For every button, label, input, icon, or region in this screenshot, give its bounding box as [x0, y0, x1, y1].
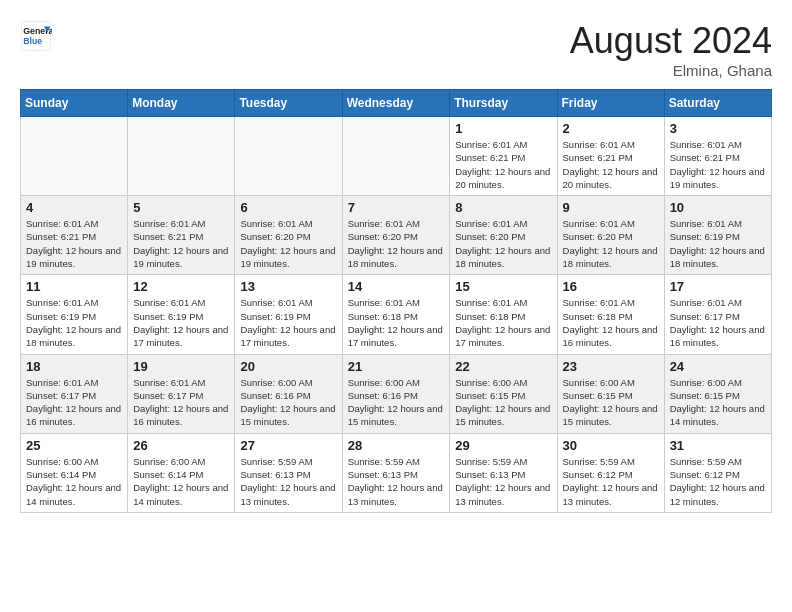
- day-number: 8: [455, 200, 551, 215]
- day-number: 3: [670, 121, 766, 136]
- calendar-cell: 16Sunrise: 6:01 AM Sunset: 6:18 PM Dayli…: [557, 275, 664, 354]
- calendar-cell: 3Sunrise: 6:01 AM Sunset: 6:21 PM Daylig…: [664, 117, 771, 196]
- week-row-4: 18Sunrise: 6:01 AM Sunset: 6:17 PM Dayli…: [21, 354, 772, 433]
- day-number: 2: [563, 121, 659, 136]
- weekday-saturday: Saturday: [664, 90, 771, 117]
- calendar-cell: 6Sunrise: 6:01 AM Sunset: 6:20 PM Daylig…: [235, 196, 342, 275]
- day-number: 17: [670, 279, 766, 294]
- day-number: 7: [348, 200, 445, 215]
- calendar-cell: 1Sunrise: 6:01 AM Sunset: 6:21 PM Daylig…: [450, 117, 557, 196]
- day-info: Sunrise: 6:00 AM Sunset: 6:16 PM Dayligh…: [348, 376, 445, 429]
- calendar-cell: 29Sunrise: 5:59 AM Sunset: 6:13 PM Dayli…: [450, 433, 557, 512]
- calendar-cell: 21Sunrise: 6:00 AM Sunset: 6:16 PM Dayli…: [342, 354, 450, 433]
- day-info: Sunrise: 6:01 AM Sunset: 6:20 PM Dayligh…: [240, 217, 336, 270]
- day-number: 10: [670, 200, 766, 215]
- calendar-cell: 13Sunrise: 6:01 AM Sunset: 6:19 PM Dayli…: [235, 275, 342, 354]
- day-info: Sunrise: 6:01 AM Sunset: 6:17 PM Dayligh…: [26, 376, 122, 429]
- calendar-cell: 25Sunrise: 6:00 AM Sunset: 6:14 PM Dayli…: [21, 433, 128, 512]
- day-number: 31: [670, 438, 766, 453]
- day-info: Sunrise: 6:01 AM Sunset: 6:19 PM Dayligh…: [670, 217, 766, 270]
- day-info: Sunrise: 6:00 AM Sunset: 6:16 PM Dayligh…: [240, 376, 336, 429]
- calendar-cell: 10Sunrise: 6:01 AM Sunset: 6:19 PM Dayli…: [664, 196, 771, 275]
- day-number: 30: [563, 438, 659, 453]
- calendar-cell: 23Sunrise: 6:00 AM Sunset: 6:15 PM Dayli…: [557, 354, 664, 433]
- day-info: Sunrise: 6:01 AM Sunset: 6:19 PM Dayligh…: [26, 296, 122, 349]
- day-info: Sunrise: 5:59 AM Sunset: 6:13 PM Dayligh…: [348, 455, 445, 508]
- day-number: 13: [240, 279, 336, 294]
- day-number: 14: [348, 279, 445, 294]
- day-info: Sunrise: 6:00 AM Sunset: 6:15 PM Dayligh…: [455, 376, 551, 429]
- weekday-wednesday: Wednesday: [342, 90, 450, 117]
- day-info: Sunrise: 5:59 AM Sunset: 6:13 PM Dayligh…: [455, 455, 551, 508]
- day-number: 25: [26, 438, 122, 453]
- day-number: 4: [26, 200, 122, 215]
- day-info: Sunrise: 6:01 AM Sunset: 6:20 PM Dayligh…: [348, 217, 445, 270]
- calendar-cell: 15Sunrise: 6:01 AM Sunset: 6:18 PM Dayli…: [450, 275, 557, 354]
- calendar-cell: 12Sunrise: 6:01 AM Sunset: 6:19 PM Dayli…: [128, 275, 235, 354]
- day-info: Sunrise: 6:01 AM Sunset: 6:19 PM Dayligh…: [133, 296, 229, 349]
- day-number: 26: [133, 438, 229, 453]
- day-number: 15: [455, 279, 551, 294]
- day-info: Sunrise: 6:01 AM Sunset: 6:17 PM Dayligh…: [133, 376, 229, 429]
- day-number: 1: [455, 121, 551, 136]
- day-info: Sunrise: 6:01 AM Sunset: 6:21 PM Dayligh…: [26, 217, 122, 270]
- day-info: Sunrise: 6:00 AM Sunset: 6:14 PM Dayligh…: [133, 455, 229, 508]
- calendar-cell: 4Sunrise: 6:01 AM Sunset: 6:21 PM Daylig…: [21, 196, 128, 275]
- day-number: 5: [133, 200, 229, 215]
- calendar-cell: 7Sunrise: 6:01 AM Sunset: 6:20 PM Daylig…: [342, 196, 450, 275]
- week-row-3: 11Sunrise: 6:01 AM Sunset: 6:19 PM Dayli…: [21, 275, 772, 354]
- calendar-cell: 28Sunrise: 5:59 AM Sunset: 6:13 PM Dayli…: [342, 433, 450, 512]
- calendar-cell: 18Sunrise: 6:01 AM Sunset: 6:17 PM Dayli…: [21, 354, 128, 433]
- day-number: 22: [455, 359, 551, 374]
- day-info: Sunrise: 6:01 AM Sunset: 6:19 PM Dayligh…: [240, 296, 336, 349]
- calendar-table: SundayMondayTuesdayWednesdayThursdayFrid…: [20, 89, 772, 513]
- day-info: Sunrise: 5:59 AM Sunset: 6:12 PM Dayligh…: [563, 455, 659, 508]
- day-number: 12: [133, 279, 229, 294]
- day-info: Sunrise: 6:00 AM Sunset: 6:14 PM Dayligh…: [26, 455, 122, 508]
- day-number: 24: [670, 359, 766, 374]
- calendar-cell: 19Sunrise: 6:01 AM Sunset: 6:17 PM Dayli…: [128, 354, 235, 433]
- location: Elmina, Ghana: [570, 62, 772, 79]
- day-info: Sunrise: 5:59 AM Sunset: 6:12 PM Dayligh…: [670, 455, 766, 508]
- weekday-monday: Monday: [128, 90, 235, 117]
- weekday-header-row: SundayMondayTuesdayWednesdayThursdayFrid…: [21, 90, 772, 117]
- calendar-cell: 31Sunrise: 5:59 AM Sunset: 6:12 PM Dayli…: [664, 433, 771, 512]
- weekday-friday: Friday: [557, 90, 664, 117]
- day-number: 18: [26, 359, 122, 374]
- calendar-cell: 2Sunrise: 6:01 AM Sunset: 6:21 PM Daylig…: [557, 117, 664, 196]
- day-number: 6: [240, 200, 336, 215]
- day-info: Sunrise: 6:01 AM Sunset: 6:21 PM Dayligh…: [563, 138, 659, 191]
- day-number: 19: [133, 359, 229, 374]
- logo-icon: General Blue: [20, 20, 52, 52]
- calendar-cell: 27Sunrise: 5:59 AM Sunset: 6:13 PM Dayli…: [235, 433, 342, 512]
- calendar-cell: [21, 117, 128, 196]
- day-info: Sunrise: 6:00 AM Sunset: 6:15 PM Dayligh…: [670, 376, 766, 429]
- day-info: Sunrise: 6:01 AM Sunset: 6:17 PM Dayligh…: [670, 296, 766, 349]
- week-row-5: 25Sunrise: 6:00 AM Sunset: 6:14 PM Dayli…: [21, 433, 772, 512]
- day-info: Sunrise: 6:01 AM Sunset: 6:18 PM Dayligh…: [563, 296, 659, 349]
- day-info: Sunrise: 6:01 AM Sunset: 6:18 PM Dayligh…: [455, 296, 551, 349]
- day-info: Sunrise: 6:01 AM Sunset: 6:21 PM Dayligh…: [133, 217, 229, 270]
- day-info: Sunrise: 6:01 AM Sunset: 6:21 PM Dayligh…: [455, 138, 551, 191]
- calendar-cell: 11Sunrise: 6:01 AM Sunset: 6:19 PM Dayli…: [21, 275, 128, 354]
- day-info: Sunrise: 6:01 AM Sunset: 6:18 PM Dayligh…: [348, 296, 445, 349]
- day-number: 16: [563, 279, 659, 294]
- calendar-cell: 17Sunrise: 6:01 AM Sunset: 6:17 PM Dayli…: [664, 275, 771, 354]
- day-info: Sunrise: 6:01 AM Sunset: 6:20 PM Dayligh…: [455, 217, 551, 270]
- day-number: 11: [26, 279, 122, 294]
- day-info: Sunrise: 6:00 AM Sunset: 6:15 PM Dayligh…: [563, 376, 659, 429]
- weekday-tuesday: Tuesday: [235, 90, 342, 117]
- calendar-cell: 14Sunrise: 6:01 AM Sunset: 6:18 PM Dayli…: [342, 275, 450, 354]
- day-number: 23: [563, 359, 659, 374]
- calendar-cell: 20Sunrise: 6:00 AM Sunset: 6:16 PM Dayli…: [235, 354, 342, 433]
- day-number: 28: [348, 438, 445, 453]
- calendar-cell: 8Sunrise: 6:01 AM Sunset: 6:20 PM Daylig…: [450, 196, 557, 275]
- weekday-thursday: Thursday: [450, 90, 557, 117]
- calendar-cell: 5Sunrise: 6:01 AM Sunset: 6:21 PM Daylig…: [128, 196, 235, 275]
- week-row-1: 1Sunrise: 6:01 AM Sunset: 6:21 PM Daylig…: [21, 117, 772, 196]
- day-number: 9: [563, 200, 659, 215]
- day-number: 29: [455, 438, 551, 453]
- page-header: General Blue August 2024 Elmina, Ghana: [20, 20, 772, 79]
- day-info: Sunrise: 5:59 AM Sunset: 6:13 PM Dayligh…: [240, 455, 336, 508]
- calendar-cell: 26Sunrise: 6:00 AM Sunset: 6:14 PM Dayli…: [128, 433, 235, 512]
